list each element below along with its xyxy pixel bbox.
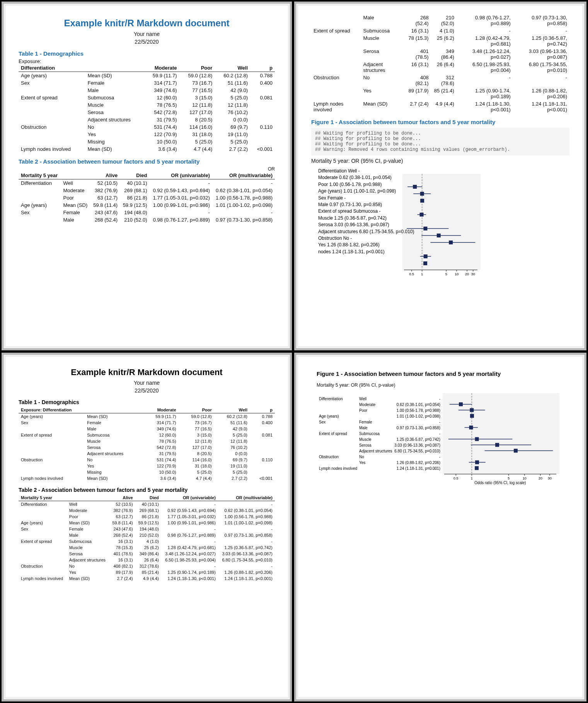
doc-date: 22/5/2020 <box>19 387 275 394</box>
or-u-head: OR (univariable) <box>150 172 212 179</box>
svg-text:1.01 (1.00-1.02, p=0.098): 1.01 (1.00-1.02, p=0.098) <box>397 414 440 418</box>
table2-body: Differentiation Well 52 (10.5) 40 (10.1)… <box>19 501 275 582</box>
died-head: Died <box>120 172 149 179</box>
svg-text:Serosa: Serosa <box>359 443 372 447</box>
plot-title: Mortality 5 year: OR (95% CI, p-value) <box>311 158 569 164</box>
svg-text:30: 30 <box>471 272 475 276</box>
table1: Differentiation Moderate Poor Well p Age… <box>19 64 275 153</box>
svg-rect-13 <box>437 234 441 237</box>
table-row: Moderate 382 (76.9) 269 (68.1) 0.92 (0.5… <box>19 507 275 514</box>
table-row: Muscle 78 (76.5) 12 (11.8) 12 (11.8) <box>19 101 275 109</box>
table1-heading: Table 1 - Demographics <box>19 50 275 57</box>
col-p: p <box>250 64 275 72</box>
table2-compact: Mortality 5 year Alive Died OR (univaria… <box>19 495 275 582</box>
svg-text:Moderate: Moderate <box>359 403 376 407</box>
svg-text:Adjacent structures: Adjacent structures <box>359 449 392 453</box>
col-poor: Poor <box>179 64 215 72</box>
forest-plot: Mortality 5 year: OR (95% CI, p-value) D… <box>317 382 564 485</box>
svg-text:10: 10 <box>455 272 458 276</box>
table-row: Age (years) Mean (SD) 59.8 (11.4) 59.9 (… <box>19 201 275 209</box>
svg-rect-7 <box>420 199 424 203</box>
figure1-heading: Figure 1 - Association between tumour fa… <box>317 370 564 377</box>
svg-text:10: 10 <box>523 476 527 480</box>
forest-plot-svg: DifferentiationWell-Moderate0.62 (0.38-1… <box>317 389 564 485</box>
svg-text:Obstruction: Obstruction <box>319 455 339 459</box>
svg-text:1.26 (0.88-1.82, p=0.206): 1.26 (0.88-1.82, p=0.206) <box>397 461 440 465</box>
svg-text:0.5: 0.5 <box>409 272 414 276</box>
table-row: Age (years) Mean (SD) 59.8 (11.4) 59.9 (… <box>19 520 275 526</box>
doc-author: Your name <box>19 380 275 386</box>
svg-text:1: 1 <box>421 272 423 276</box>
table-row: Yes 89 (17.9) 85 (21.4) 1.25 (0.90-1.74,… <box>19 569 275 575</box>
table-row: Sex Female 243 (47.6) 194 (48.0) - - <box>19 526 275 532</box>
table-row: Serosa 401 (78.5) 349 (86.4) 3.48 (1.26-… <box>311 48 569 61</box>
table2-cont: Male 268 (52.4) 210 (52.0) 0.98 (0.76-1.… <box>311 14 569 113</box>
svg-rect-57 <box>469 426 473 430</box>
svg-text:3.03 (0.96-13.36, p=0.087): 3.03 (0.96-13.36, p=0.087) <box>394 443 440 447</box>
svg-text:Poor: Poor <box>359 408 368 413</box>
svg-text:0.62 (0.38-1.01, p=0.054): 0.62 (0.38-1.01, p=0.054) <box>397 403 440 407</box>
table-row: Lymph nodes involved Mean (SD) 3.6 (3.4)… <box>19 145 275 153</box>
svg-rect-17 <box>424 254 428 258</box>
table-row: Age (years) Mean (SD) 59.9 (11.7) 59.0 (… <box>19 72 275 80</box>
table-row: Adjacent structures 31 (79.5) 8 (20.5) 0… <box>19 116 275 123</box>
svg-text:Extent of spread: Extent of spread <box>319 432 347 436</box>
pane-bottom-left: Example knitr/R Markdown document Your n… <box>2 353 292 701</box>
exposure-line: Exposure: Differentiation <box>19 407 143 413</box>
table2: Mortality 5 year Alive Died OR (univaria… <box>19 172 275 224</box>
svg-text:Well: Well <box>359 397 366 401</box>
exposure-line-a: Exposure: <box>19 58 275 64</box>
svg-text:Male: Male <box>359 426 368 430</box>
table-row: Adjacent structures 16 (3.1) 26 (6.4) 6.… <box>311 61 569 74</box>
table1-body: Age (years) Mean (SD) 59.9 (11.7) 59.0 (… <box>19 72 275 153</box>
table-row: Sex Female 243 (47.6) 194 (48.0) - - <box>19 209 275 216</box>
table2-heading: Table 2 - Association between tumour fac… <box>19 487 275 493</box>
svg-text:1.00 (0.56-1.78, p=0.988): 1.00 (0.56-1.78, p=0.988) <box>397 408 440 413</box>
table-row: Muscle 78 (15.3) 25 (6.2) 1.28 (0.42-4.7… <box>19 544 275 551</box>
table-row: Adjacent structures 31 (79.5) 8 (20.5) 0… <box>19 450 275 457</box>
svg-rect-9 <box>420 213 424 217</box>
svg-text:Yes: Yes <box>359 461 365 465</box>
svg-text:6.80 (1.75-34.55, p=0.010): 6.80 (1.75-34.55, p=0.010) <box>394 449 440 453</box>
svg-text:Odds ratio (95% CI, log scale): Odds ratio (95% CI, log scale) <box>474 481 526 485</box>
svg-text:No: No <box>359 455 364 459</box>
svg-text:Female: Female <box>359 420 372 424</box>
svg-text:-: - <box>439 432 440 436</box>
doc-title: Example knitr/R Markdown document <box>19 18 275 29</box>
svg-text:30: 30 <box>548 476 552 480</box>
table-row: Serosa 542 (72.8) 127 (17.0) 76 (10.2) <box>19 109 275 116</box>
svg-text:Muscle: Muscle <box>359 437 372 442</box>
r-console-output: ## Waiting for profiling to be done...##… <box>311 128 569 155</box>
svg-rect-19 <box>423 261 427 265</box>
table-row: Yes 89 (17.9) 85 (21.4) 1.25 (0.90-1.74,… <box>311 87 569 100</box>
table-row: Missing 10 (50.0) 5 (25.0) 5 (25.0) <box>19 138 275 145</box>
svg-rect-3 <box>413 185 417 189</box>
svg-text:0.5: 0.5 <box>453 476 458 480</box>
svg-rect-50 <box>470 414 474 418</box>
svg-rect-83 <box>475 466 479 470</box>
table1-compact: Exposure: Differentiation Moderate Poor … <box>19 407 275 481</box>
table-row: Yes 122 (70.9) 31 (18.0) 19 (11.0) <box>19 131 275 138</box>
table-row: Male 268 (52.4) 210 (52.0) 0.98 (0.76-1.… <box>19 532 275 538</box>
figure1-heading: Figure 1 - Association between tumour fa… <box>311 119 569 125</box>
svg-text:Age (years): Age (years) <box>319 414 339 418</box>
table-row: Moderate 382 (76.9) 269 (68.1) 0.92 (0.5… <box>19 187 275 194</box>
table-row: Obstruction No 531 (74.4) 114 (16.0) 69 … <box>19 123 275 131</box>
doc-title: Example knitr/R Markdown document <box>19 367 275 377</box>
pane-bottom-right: Figure 1 - Association between tumour fa… <box>294 353 586 701</box>
table-row: Age (years) Mean (SD) 59.9 (11.7) 59.0 (… <box>19 413 275 420</box>
table-row: Male 349 (74.6) 77 (16.5) 42 (9.0) <box>19 426 275 432</box>
table-row: Serosa 542 (72.8) 127 (17.0) 76 (10.2) <box>19 444 275 450</box>
table2-heading: Table 2 - Association between tumour fac… <box>19 158 275 165</box>
table-row: Lymph nodes involved Mean (SD) 2.7 (2.4)… <box>19 575 275 582</box>
table-row: Adjacent structures 16 (3.1) 26 (6.4) 6.… <box>19 557 275 563</box>
alive-head: Alive <box>90 172 120 179</box>
or-m-head: OR (multivariable) <box>212 172 275 179</box>
col-well: Well <box>215 64 250 72</box>
table-row: Male 268 (52.4) 210 (52.0) 0.98 (0.76-1.… <box>311 14 569 27</box>
svg-text:Submucosa: Submucosa <box>359 432 380 436</box>
table-row: Lymph nodes involved Mean (SD) 3.6 (3.4)… <box>19 475 275 481</box>
svg-text:Sex: Sex <box>319 420 326 424</box>
table1-heading: Table 1 - Demographics <box>19 399 275 405</box>
or-head: OR <box>19 166 275 172</box>
